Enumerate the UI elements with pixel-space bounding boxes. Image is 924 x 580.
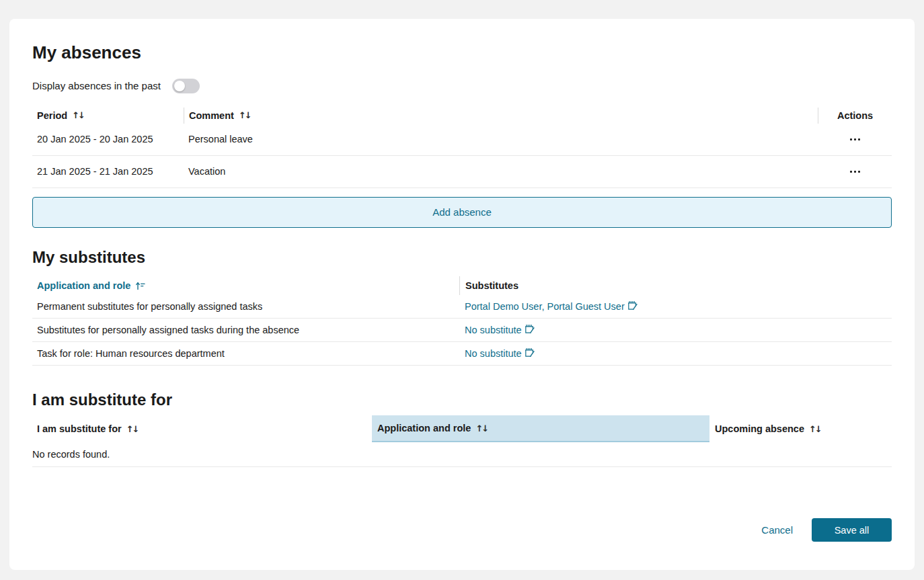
application-role-cell: Permanent substitutes for personally ass…	[32, 295, 459, 318]
absence-row: 20 Jan 2025 - 20 Jan 2025 Personal leave	[32, 124, 892, 156]
column-header-upcoming-absence[interactable]: Upcoming absence ↑↓	[709, 415, 892, 442]
absences-panel: My absences Display absences in the past…	[9, 19, 915, 570]
substitute-for-section-title: I am substitute for	[32, 390, 892, 409]
add-absence-button[interactable]: Add absence	[32, 197, 892, 228]
sort-updown-icon[interactable]: ↑↓	[126, 424, 140, 434]
no-records-row: No records found.	[32, 442, 892, 467]
substitutes-link[interactable]: No substitute	[465, 325, 535, 335]
edit-substitutes-icon[interactable]	[525, 324, 535, 335]
substitutes-link[interactable]: No substitute	[465, 348, 535, 359]
substitute-row: Substitutes for personally assigned task…	[32, 319, 892, 342]
substitute-for-table-header: I am substitute for ↑↓ Application and r…	[32, 415, 892, 442]
application-role-cell: Task for role: Human resources departmen…	[32, 342, 459, 365]
toggle-knob	[174, 81, 185, 91]
row-actions-menu-button[interactable]	[846, 134, 864, 144]
display-past-label: Display absences in the past	[32, 80, 161, 91]
absence-comment: Personal leave	[184, 124, 818, 155]
edit-substitutes-icon[interactable]	[525, 347, 535, 358]
sort-updown-icon[interactable]: ↑↓	[72, 110, 85, 120]
absence-period: 21 Jan 2025 - 21 Jan 2025	[32, 156, 184, 188]
edit-substitutes-icon[interactable]	[627, 300, 638, 311]
sort-updown-icon[interactable]: ↑↓	[475, 423, 489, 433]
sort-ascending-icon[interactable]	[135, 282, 145, 290]
absence-row: 21 Jan 2025 - 21 Jan 2025 Vacation	[32, 156, 892, 188]
column-header-actions: Actions	[818, 108, 892, 124]
sort-updown-icon[interactable]: ↑↓	[809, 424, 822, 434]
column-header-application-role-highlighted[interactable]: Application and role ↑↓	[372, 415, 709, 442]
no-records-message: No records found.	[32, 449, 110, 460]
sort-updown-icon[interactable]: ↑↓	[239, 110, 252, 120]
absence-comment: Vacation	[184, 156, 818, 188]
absences-table-header: Period ↑↓ Comment ↑↓ Actions	[32, 108, 892, 124]
column-header-period[interactable]: Period ↑↓	[32, 108, 184, 124]
column-header-substitutes: Substitutes	[459, 276, 892, 295]
column-header-i-am-substitute-for[interactable]: I am substitute for ↑↓	[32, 415, 372, 442]
display-past-toggle[interactable]	[172, 79, 200, 93]
substitute-row: Permanent substitutes for personally ass…	[32, 295, 892, 319]
substitute-row: Task for role: Human resources departmen…	[32, 342, 892, 366]
save-all-button[interactable]: Save all	[812, 518, 892, 542]
column-header-application-role[interactable]: Application and role	[32, 276, 459, 295]
absence-period: 20 Jan 2025 - 20 Jan 2025	[32, 124, 184, 155]
page-title: My absences	[32, 43, 892, 63]
display-past-row: Display absences in the past	[32, 79, 892, 93]
cancel-button[interactable]: Cancel	[755, 520, 800, 540]
substitutes-section-title: My substitutes	[32, 248, 892, 267]
substitutes-link[interactable]: Portal Demo User, Portal Guest User	[465, 301, 638, 312]
row-actions-menu-button[interactable]	[846, 167, 864, 177]
footer-actions: Cancel Save all	[32, 518, 892, 542]
application-role-cell: Substitutes for personally assigned task…	[32, 319, 459, 341]
column-header-comment[interactable]: Comment ↑↓	[184, 108, 818, 124]
substitutes-table-header: Application and role Substitutes	[32, 276, 892, 295]
